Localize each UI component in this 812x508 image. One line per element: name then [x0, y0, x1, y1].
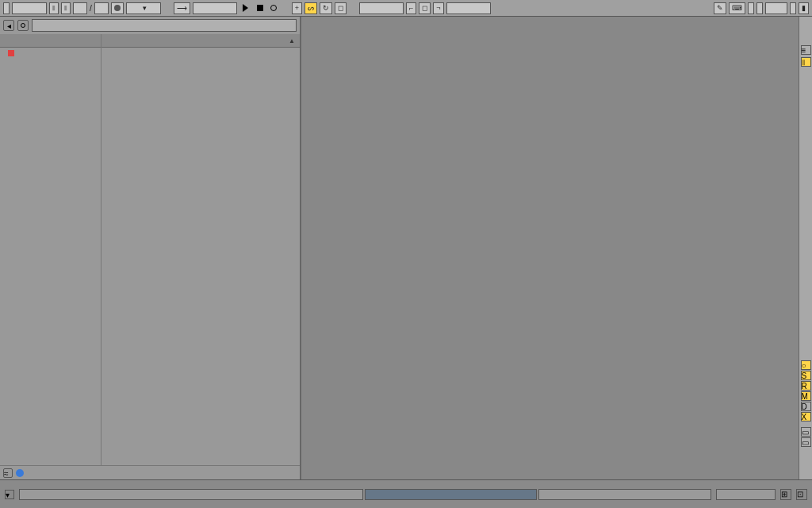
overview-region[interactable]: [365, 489, 538, 500]
nudge-up[interactable]: ⦀: [61, 2, 71, 14]
search-input[interactable]: [32, 19, 297, 32]
disk-overload: [790, 2, 796, 14]
midi-indicator: ▮: [799, 2, 809, 14]
returns-toggle[interactable]: R: [801, 381, 811, 391]
groove-pool-icon[interactable]: [17, 20, 29, 31]
key-map[interactable]: [748, 2, 754, 14]
loop-start[interactable]: [359, 2, 404, 14]
loop-length[interactable]: [446, 2, 491, 14]
sends-section-toggle[interactable]: S: [801, 371, 811, 380]
status-bar: ▾ ⊞ ⊡: [0, 479, 812, 508]
metronome-button[interactable]: [111, 2, 124, 14]
detail-view-toggle[interactable]: ▾: [5, 490, 14, 499]
nudge-down[interactable]: ⦀: [49, 2, 59, 14]
overview-empty[interactable]: [19, 489, 363, 500]
midi-map[interactable]: [756, 2, 763, 14]
session-view: [301, 17, 799, 479]
cpu-meter: [765, 2, 787, 14]
session-arrangement-toggle[interactable]: ⦀: [801, 57, 811, 67]
delay-toggle[interactable]: D: [801, 402, 811, 411]
overview-tail[interactable]: [538, 489, 711, 500]
arrangement-position[interactable]: [193, 2, 237, 14]
plugin-icon[interactable]: ⊡: [796, 489, 807, 500]
tap-tempo-button[interactable]: [3, 2, 10, 14]
sort-arrow-icon: ▲: [289, 37, 295, 44]
view-toggle-strip: ≡ ⦀ ○ S R M D X ▭ ▭: [799, 17, 812, 479]
draw-mode[interactable]: ✎: [714, 2, 726, 14]
favorites-item[interactable]: [0, 48, 101, 59]
favorite-color-icon: [8, 50, 14, 56]
browser-sidebar: [0, 34, 102, 465]
file-list: [102, 48, 300, 465]
device-view-toggle[interactable]: ▭: [801, 427, 811, 437]
stop-button[interactable]: [255, 2, 266, 14]
mixer-toggle[interactable]: M: [801, 391, 811, 401]
capture-button[interactable]: ◻: [335, 2, 347, 14]
loop-switch[interactable]: ◻: [419, 2, 431, 14]
time-sig-num[interactable]: [73, 2, 87, 14]
punch-out[interactable]: ¬: [433, 2, 443, 14]
places-header: [0, 73, 101, 78]
selected-clip-display: [716, 489, 776, 500]
io-section-toggle[interactable]: ○: [801, 360, 811, 370]
clip-view-toggle[interactable]: ▭: [801, 437, 811, 447]
overdub-button[interactable]: +: [292, 2, 302, 14]
wave-icon[interactable]: ≈: [3, 468, 13, 478]
device-icon[interactable]: ⊞: [780, 489, 791, 500]
keyboard-button[interactable]: ⌨: [729, 2, 745, 14]
collections-header: [0, 34, 101, 48]
record-button[interactable]: [268, 2, 279, 14]
automation-arm[interactable]: ᔕ: [304, 2, 317, 14]
crossfade-toggle[interactable]: X: [801, 412, 811, 421]
menu-icon[interactable]: ≡: [801, 45, 811, 55]
time-sig-den[interactable]: [94, 2, 109, 14]
tempo-field[interactable]: [12, 2, 47, 14]
categories-header: [0, 62, 101, 67]
browser-panel: ◂ ▲ ≈: [0, 17, 301, 479]
browser-toggle-icon[interactable]: ◂: [3, 20, 14, 31]
quantize-menu[interactable]: ▾: [126, 2, 161, 14]
preview-button[interactable]: [16, 469, 24, 477]
follow-button[interactable]: ⟶: [174, 2, 190, 14]
transport-bar: ⦀ ⦀ / ▾ ⟶ + ᔕ ↻ ◻ ⌐ ◻ ¬ ✎ ⌨ ▮: [0, 0, 812, 17]
name-column-header[interactable]: ▲: [102, 34, 300, 48]
play-button[interactable]: [239, 2, 252, 14]
punch-in[interactable]: ⌐: [406, 2, 416, 14]
reenable-automation[interactable]: ↻: [320, 2, 332, 14]
